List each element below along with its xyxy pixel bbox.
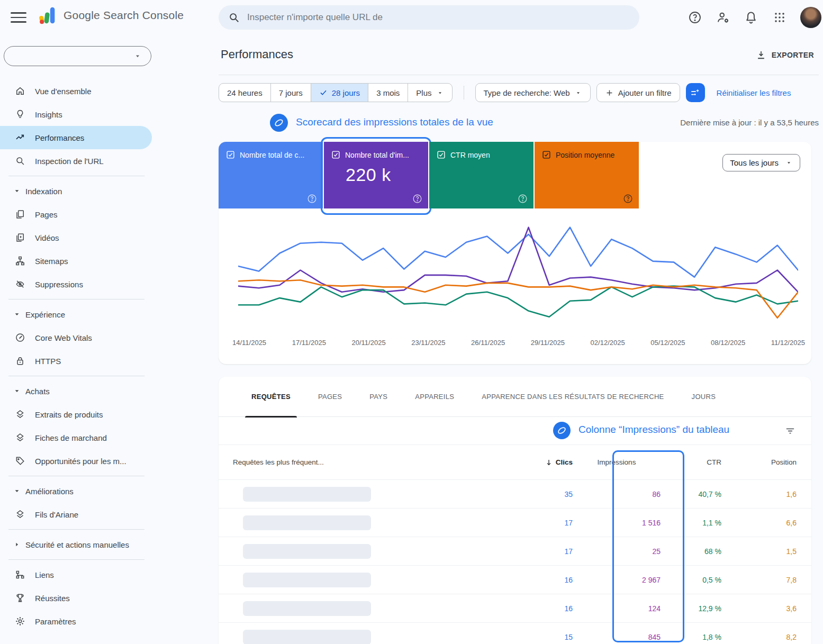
chart-line-2	[238, 228, 798, 292]
reset-filters-link[interactable]: Réinitialiser les filtres	[717, 88, 791, 97]
metric-label: CTR moyen	[450, 151, 490, 159]
checkbox-checked-icon[interactable]	[437, 150, 446, 159]
sidebar-item-inspection-url[interactable]: Inspection de l'URL	[0, 149, 152, 173]
granularity-dropdown[interactable]: Tous les jours	[722, 154, 800, 171]
sidebar-item-label: Réussites	[35, 594, 70, 603]
core-web-vitals-icon	[15, 332, 25, 343]
sidebar-item-videos[interactable]: Vidéos	[0, 226, 152, 249]
export-button[interactable]: EXPORTER	[756, 50, 814, 60]
chart-area[interactable]	[238, 221, 798, 327]
table-row[interactable]: 17 1 516 1,1 % 6,6	[219, 508, 811, 537]
tab-pages[interactable]: PAGES	[304, 377, 356, 417]
table-row[interactable]: 17 25 68 % 1,5	[219, 537, 811, 565]
tab-jours[interactable]: JOURS	[678, 377, 730, 417]
checkbox-checked-icon[interactable]	[226, 150, 235, 159]
help-icon[interactable]	[412, 194, 422, 204]
sidebar-section-label: Améliorations	[25, 487, 74, 496]
performance-trend-icon	[15, 132, 25, 143]
date-range-3-mois[interactable]: 3 mois	[368, 84, 408, 102]
column-annotation-label: Colonne “Impressions” du tableau	[578, 424, 729, 436]
search-console-logo-icon	[38, 6, 58, 25]
divider	[8, 176, 144, 176]
links-icon	[15, 569, 25, 580]
sidebar-section-securite[interactable]: Sécurité et actions manuelles	[0, 533, 152, 556]
sidebar-section-achats[interactable]: Achats	[0, 379, 152, 403]
search-type-dropdown[interactable]: Type de recherche: Web	[475, 83, 591, 102]
sidebar-item-liens[interactable]: Liens	[0, 563, 152, 586]
sidebar-item-performances[interactable]: Performances	[0, 126, 152, 149]
checkbox-checked-icon[interactable]	[542, 150, 551, 159]
sidebar-item-core-web-vitals[interactable]: Core Web Vitals	[0, 326, 152, 349]
chevron-right-icon	[13, 540, 21, 549]
sidebar-item-label: Vue d'ensemble	[35, 87, 92, 96]
sidebar-item-parametres[interactable]: Paramètres	[0, 610, 152, 633]
metric-card-total-clicks[interactable]: Nombre total de c...	[219, 142, 323, 208]
date-range-28-jours[interactable]: 28 jours	[311, 84, 368, 102]
metric-card-total-impressions[interactable]: Nombre total d'im... 220 k	[324, 142, 428, 208]
chevron-down-icon	[13, 187, 21, 195]
sidebar-item-insights[interactable]: Insights	[0, 103, 152, 126]
checkbox-checked-icon[interactable]	[331, 150, 340, 159]
sidebar-item-opportunites[interactable]: Opportunités pour les m...	[0, 449, 152, 473]
redacted-query	[243, 515, 371, 530]
smart-filter-button[interactable]	[686, 83, 705, 102]
tab-pays[interactable]: PAYS	[356, 377, 401, 417]
chart-line-1	[238, 228, 798, 277]
help-icon[interactable]	[623, 194, 633, 204]
date-range-24-heures[interactable]: 24 heures	[219, 84, 270, 102]
table-filter-icon[interactable]	[784, 425, 796, 437]
sidebar-item-sitemaps[interactable]: Sitemaps	[0, 249, 152, 273]
date-range-segmented-control: 24 heures 7 jours 28 jours 3 mois Plus	[219, 83, 453, 102]
tab-appareils[interactable]: APPAREILS	[401, 377, 468, 417]
column-header-clics[interactable]: Clics	[510, 458, 573, 467]
help-icon[interactable]	[684, 7, 706, 28]
sidebar-item-suppressions[interactable]: Suppressions	[0, 273, 152, 296]
sidebar-item-fiches-marchand[interactable]: Fiches de marchand	[0, 426, 152, 449]
redacted-query	[243, 487, 371, 502]
app-logo[interactable]: Google Search Console	[38, 6, 184, 25]
column-header-ctr[interactable]: CTR	[661, 458, 721, 466]
tab-apparence[interactable]: APPARENCE DANS LES RÉSULTATS DE RECHERCH…	[468, 377, 677, 417]
date-range-7-jours[interactable]: 7 jours	[270, 84, 311, 102]
sidebar-nav: Vue d'ensemble Insights Performances Ins…	[0, 79, 152, 633]
sidebar-item-https[interactable]: HTTPS	[0, 349, 152, 373]
sidebar-section-experience[interactable]: Expérience	[0, 303, 152, 326]
add-filter-button[interactable]: Ajouter un filtre	[596, 83, 680, 102]
metric-cards: Nombre total de c... Nombre total d'im	[219, 142, 639, 208]
menu-icon[interactable]	[11, 10, 26, 25]
sidebar-item-pages[interactable]: Pages	[0, 203, 152, 226]
table-row[interactable]: 16 2 967 0,5 % 7,8	[219, 565, 811, 594]
scorecard-annotation-label: Scorecard des impressions totales de la …	[296, 116, 493, 128]
avatar[interactable]	[800, 7, 821, 28]
search-input[interactable]	[247, 12, 630, 23]
sidebar-section-indexation[interactable]: Indexation	[0, 179, 152, 203]
column-header-position[interactable]: Position	[721, 458, 797, 466]
column-header-queries[interactable]: Requêtes les plus fréquent...	[219, 458, 510, 466]
notifications-icon[interactable]	[740, 7, 762, 28]
help-icon[interactable]	[307, 194, 317, 204]
property-selector[interactable]	[4, 46, 151, 66]
url-inspection-searchbar[interactable]	[219, 5, 639, 30]
user-settings-icon[interactable]	[712, 7, 734, 28]
date-range-plus[interactable]: Plus	[408, 84, 451, 102]
x-axis-label: 17/11/2025	[292, 339, 326, 347]
table-row[interactable]: 35 86 40,7 % 1,6	[219, 479, 811, 508]
sidebar-item-fils-dariane[interactable]: Fils d'Ariane	[0, 503, 152, 526]
home-icon	[15, 86, 25, 96]
achievements-icon	[15, 593, 25, 603]
table-row[interactable]: 15 845 1,8 % 8,2	[219, 622, 811, 644]
sidebar-item-label: Performances	[35, 133, 84, 142]
tab-requetes[interactable]: REQUÊTES	[238, 377, 304, 417]
chart-line-3	[238, 286, 798, 317]
table-row[interactable]: 16 124 12,9 % 3,6	[219, 594, 811, 622]
help-icon[interactable]	[518, 194, 528, 204]
top-app-bar: Google Search Console	[0, 0, 823, 35]
apps-grid-icon[interactable]	[769, 7, 790, 28]
sidebar-section-ameliorations[interactable]: Améliorations	[0, 479, 152, 503]
sidebar-item-extraits-produits[interactable]: Extraits de produits	[0, 403, 152, 426]
metric-card-average-ctr[interactable]: CTR moyen	[429, 142, 533, 208]
column-header-impressions[interactable]: Impressions	[573, 458, 661, 466]
sidebar-item-reussites[interactable]: Réussites	[0, 586, 152, 610]
sidebar-item-vue-densemble[interactable]: Vue d'ensemble	[0, 79, 152, 103]
metric-card-average-position[interactable]: Position moyenne	[535, 142, 639, 208]
